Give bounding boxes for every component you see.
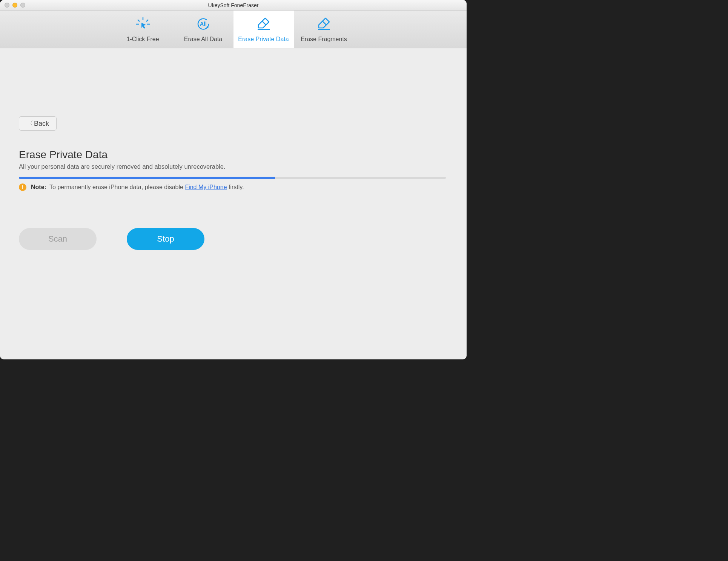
erase-all-icon: All [195, 16, 212, 32]
tab-erase-fragments[interactable]: Erase Fragments [294, 11, 354, 48]
action-buttons: Scan Stop [19, 228, 204, 250]
svg-line-7 [262, 21, 266, 25]
svg-text:All: All [200, 21, 207, 27]
tab-label: 1-Click Free [126, 36, 159, 43]
stop-button[interactable]: Stop [127, 228, 204, 250]
app-window: UkeySoft FoneEraser 1-Click Free All [0, 0, 467, 359]
eraser-fragments-icon [315, 16, 333, 32]
progress-fill [19, 177, 275, 179]
chevron-left-icon: 〈 [26, 119, 33, 128]
traffic-lights [5, 3, 25, 8]
main-toolbar: 1-Click Free All Erase All Data Erase [0, 11, 467, 48]
minimize-window-button[interactable] [12, 3, 17, 8]
title-bar: UkeySoft FoneEraser [0, 0, 467, 11]
note-post-text: firstly. [229, 184, 244, 190]
close-window-button[interactable] [5, 3, 9, 8]
tab-erase-private-data[interactable]: Erase Private Data [233, 11, 294, 48]
svg-line-1 [138, 20, 140, 22]
tab-1-click-free[interactable]: 1-Click Free [113, 11, 173, 48]
window-title: UkeySoft FoneEraser [0, 2, 467, 8]
note-pre-text: To permanently erase iPhone data, please… [49, 184, 185, 190]
scan-button: Scan [19, 228, 97, 250]
eraser-private-icon [255, 16, 273, 32]
progress-bar [19, 177, 446, 179]
svg-point-6 [206, 26, 208, 28]
maximize-window-button[interactable] [20, 3, 25, 8]
svg-line-2 [146, 20, 148, 22]
note-row: ! Note: To permanently erase iPhone data… [19, 183, 448, 191]
tab-label: Erase Private Data [238, 36, 289, 43]
tab-label: Erase All Data [184, 36, 222, 43]
back-button-label: Back [34, 120, 49, 128]
section-heading: Erase Private Data All your personal dat… [19, 149, 448, 170]
cursor-click-icon [135, 16, 151, 32]
find-my-iphone-link[interactable]: Find My iPhone [185, 184, 227, 190]
tab-label: Erase Fragments [301, 36, 347, 43]
warning-icon: ! [19, 183, 26, 191]
note-label: Note: [31, 184, 46, 190]
tab-erase-all-data[interactable]: All Erase All Data [173, 11, 233, 48]
page-subtitle: All your personal data are securely remo… [19, 163, 448, 170]
main-content: 〈 Back Erase Private Data All your perso… [0, 48, 467, 359]
back-button[interactable]: 〈 Back [19, 116, 57, 131]
page-title: Erase Private Data [19, 149, 448, 161]
svg-line-9 [323, 21, 326, 25]
